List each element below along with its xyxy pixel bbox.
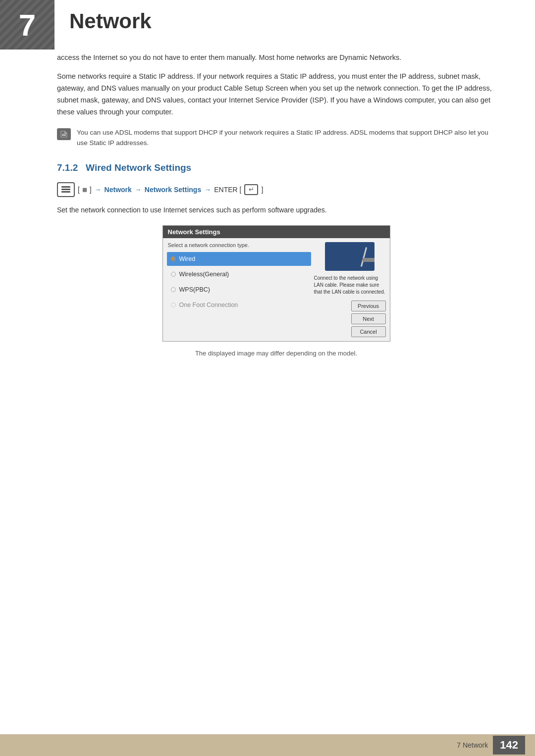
note-icon [57,128,71,140]
option-onefoot[interactable]: One Foot Connection [167,298,311,312]
radio-wps [171,287,176,292]
ui-titlebar: Network Settings [163,226,390,238]
option-wps-label: WPS(PBC) [179,286,211,293]
note-box: You can use ADSL modems that support DHC… [57,127,495,149]
section-heading: 7.1.2 Wired Network Settings [57,162,495,173]
menu-network-settings: Network Settings [145,186,201,194]
option-wireless-label: Wireless(General) [179,271,229,278]
ui-right-panel: Connect to the network using LAN cable. … [314,242,386,337]
menu-path: [ ▦ ] → Network → Network Settings → ENT… [57,182,495,197]
ui-options-panel: Select a network connection type. Wired … [167,242,311,337]
ui-mockup: Network Settings Select a network connec… [162,225,390,342]
menu-bracket-close: ] [90,186,92,194]
paragraph-2: Some networks require a Static IP addres… [57,71,495,118]
image-caption: The displayed image may differ depending… [57,350,495,357]
menu-arrow-2: → [135,186,142,194]
enter-label: ENTER [ [214,186,241,194]
menu-arrow-3: → [204,186,211,194]
chapter-title: Network [54,0,152,33]
option-wired-label: Wired [179,255,196,262]
radio-wired [171,256,176,261]
footer: 7 Network 142 [0,734,535,756]
enter-bracket-close: ] [261,186,263,194]
menu-arrow-1: → [95,186,102,194]
ui-subtitle: Select a network connection type. [167,242,311,248]
footer-section-label: 7 Network [457,741,488,749]
enter-icon: ↵ [244,184,258,195]
cable-connector [363,258,374,262]
option-wps[interactable]: WPS(PBC) [167,283,311,297]
note-text: You can use ADSL modems that support DHC… [77,127,495,149]
radio-onefoot [171,302,176,307]
chapter-number-block: 7 [0,0,54,50]
section-title: Wired Network Settings [86,162,191,173]
menu-icon-box [57,182,75,197]
option-wireless[interactable]: Wireless(General) [167,267,311,281]
network-illustration [325,242,374,271]
cancel-button[interactable]: Cancel [351,326,386,337]
footer-page-number: 142 [493,736,525,755]
section-description: Set the network connection to use Intern… [57,205,495,215]
menu-grid-icon [61,186,70,193]
chapter-number: 7 [19,7,36,43]
menu-bracket-open: [ [78,186,80,194]
radio-wireless [171,272,176,277]
section-number: 7.1.2 [57,162,78,173]
option-wired[interactable]: Wired [167,252,311,266]
connect-text: Connect to the network using LAN cable. … [314,275,386,296]
previous-button[interactable]: Previous [351,301,386,311]
cable-line [361,247,367,266]
menu-grid-symbol: ▦ [83,186,87,193]
ui-buttons: Previous Next Cancel [314,301,386,337]
option-onefoot-label: One Foot Connection [179,302,238,308]
menu-network: Network [105,186,132,194]
paragraph-1: access the Internet so you do not have t… [57,52,495,64]
next-button[interactable]: Next [351,313,386,324]
